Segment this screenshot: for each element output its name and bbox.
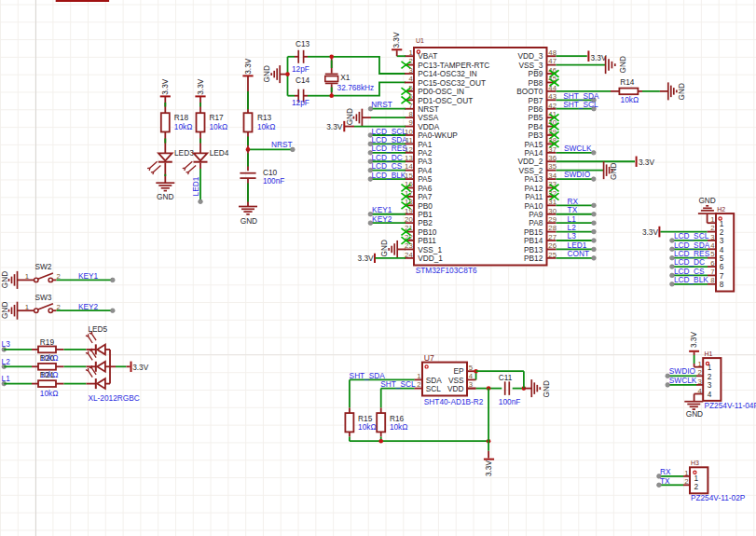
svg-text:GND: GND [686, 409, 703, 419]
svg-text:10kΩ: 10kΩ [257, 122, 276, 131]
svg-text:30: 30 [548, 207, 557, 215]
svg-text:44: 44 [548, 84, 557, 92]
svg-text:R19: R19 [40, 337, 55, 347]
svg-text:43: 43 [548, 92, 557, 101]
svg-text:8: 8 [720, 280, 724, 289]
svg-text:SHT40-AD1B-R2: SHT40-AD1B-R2 [424, 397, 484, 406]
svg-text:H2: H2 [717, 206, 725, 213]
svg-text:GND: GND [678, 83, 687, 100]
svg-text:3.3V: 3.3V [358, 254, 375, 263]
svg-text:PZ254V-11-04P: PZ254V-11-04P [705, 401, 756, 410]
svg-text:GND: GND [542, 380, 551, 397]
svg-text:20: 20 [405, 215, 413, 224]
svg-text:5: 5 [469, 364, 474, 372]
svg-text:34: 34 [548, 172, 557, 180]
svg-text:GND: GND [0, 302, 9, 319]
svg-text:15: 15 [405, 172, 413, 180]
svg-text:4: 4 [469, 372, 474, 380]
svg-text:3.3V: 3.3V [392, 32, 401, 48]
svg-text:23: 23 [405, 241, 413, 250]
svg-text:10kΩ: 10kΩ [174, 122, 193, 131]
svg-text:10kΩ: 10kΩ [40, 389, 59, 398]
svg-text:GND: GND [698, 196, 715, 205]
svg-text:C11: C11 [499, 373, 513, 382]
svg-text:SCL: SCL [426, 384, 442, 393]
svg-text:X1: X1 [340, 73, 351, 82]
svg-text:VDD_1: VDD_1 [418, 254, 443, 263]
svg-text:10kΩ: 10kΩ [621, 95, 639, 104]
svg-text:U1: U1 [416, 37, 424, 44]
svg-text:1: 1 [25, 272, 29, 281]
svg-text:R16: R16 [390, 414, 405, 423]
svg-text:32.768kHz: 32.768kHz [337, 83, 375, 92]
svg-text:10kΩ: 10kΩ [210, 122, 228, 131]
svg-text:R14: R14 [620, 77, 635, 87]
svg-text:2: 2 [694, 482, 698, 491]
svg-text:KEY1: KEY1 [78, 271, 99, 281]
svg-text:3.3V: 3.3V [196, 78, 205, 95]
svg-text:3.3V: 3.3V [326, 122, 343, 131]
svg-text:C14: C14 [296, 76, 310, 85]
svg-text:1: 1 [408, 48, 412, 57]
svg-text:GND: GND [157, 192, 173, 201]
svg-text:GND: GND [241, 216, 257, 226]
svg-text:4: 4 [408, 75, 413, 83]
svg-text:SWDIO: SWDIO [669, 366, 696, 376]
svg-text:L2: L2 [2, 357, 11, 366]
svg-text:NRST: NRST [271, 140, 293, 149]
svg-text:SHT_SCL: SHT_SCL [380, 379, 416, 389]
svg-text:GND: GND [610, 162, 619, 179]
svg-text:3.3V: 3.3V [639, 158, 655, 167]
svg-text:9: 9 [408, 118, 412, 127]
svg-text:KEY2: KEY2 [372, 214, 392, 224]
svg-text:KEY2: KEY2 [78, 302, 99, 311]
svg-text:10kΩ: 10kΩ [358, 422, 377, 432]
svg-text:2: 2 [57, 303, 61, 311]
svg-text:SWCLK: SWCLK [669, 376, 697, 385]
svg-text:27: 27 [548, 233, 557, 241]
svg-text:GND: GND [345, 108, 354, 125]
svg-text:47: 47 [548, 57, 557, 65]
svg-text:19: 19 [405, 207, 413, 215]
svg-text:PB12: PB12 [524, 254, 543, 263]
svg-text:29: 29 [548, 215, 557, 224]
svg-text:4: 4 [708, 390, 712, 399]
svg-text:SWDIO: SWDIO [564, 170, 591, 179]
svg-text:3.3V: 3.3V [642, 227, 659, 237]
svg-text:42: 42 [548, 102, 557, 110]
svg-text:10kΩ: 10kΩ [390, 422, 408, 432]
svg-text:2: 2 [684, 477, 688, 486]
svg-text:3.3V: 3.3V [132, 363, 149, 372]
svg-text:PZ254V-11-02P: PZ254V-11-02P [691, 493, 746, 502]
svg-text:3: 3 [408, 66, 412, 75]
svg-text:SW2: SW2 [34, 262, 51, 271]
svg-text:26: 26 [548, 241, 557, 250]
svg-text:GND: GND [262, 65, 271, 82]
svg-text:CONT: CONT [568, 249, 590, 258]
svg-text:GND: GND [0, 271, 9, 288]
svg-text:SWCLK: SWCLK [564, 144, 592, 153]
svg-text:2: 2 [57, 272, 61, 281]
svg-text:14: 14 [405, 162, 413, 171]
svg-text:STM32F103C8T6: STM32F103C8T6 [416, 266, 477, 275]
svg-text:31: 31 [548, 198, 557, 206]
svg-text:LCD_BLK: LCD_BLK [372, 171, 406, 180]
svg-text:TX: TX [660, 476, 670, 486]
svg-text:100nF: 100nF [499, 397, 521, 406]
svg-text:3.3V: 3.3V [160, 78, 170, 95]
svg-text:H1: H1 [705, 350, 713, 357]
svg-text:1: 1 [25, 303, 29, 311]
svg-text:SW3: SW3 [34, 293, 51, 302]
svg-text:R20: R20 [40, 353, 55, 363]
svg-text:LED1: LED1 [191, 176, 200, 196]
svg-text:H3: H3 [691, 460, 699, 466]
svg-text:R21: R21 [40, 370, 55, 379]
svg-text:EP: EP [453, 366, 464, 376]
svg-text:LED3: LED3 [174, 148, 194, 158]
svg-text:36: 36 [548, 154, 557, 162]
svg-text:U7: U7 [424, 353, 434, 363]
svg-text:NRST: NRST [371, 100, 392, 109]
svg-text:3.3V: 3.3V [485, 460, 494, 477]
svg-text:3.3V: 3.3V [590, 53, 607, 62]
svg-text:12pF: 12pF [292, 64, 309, 74]
